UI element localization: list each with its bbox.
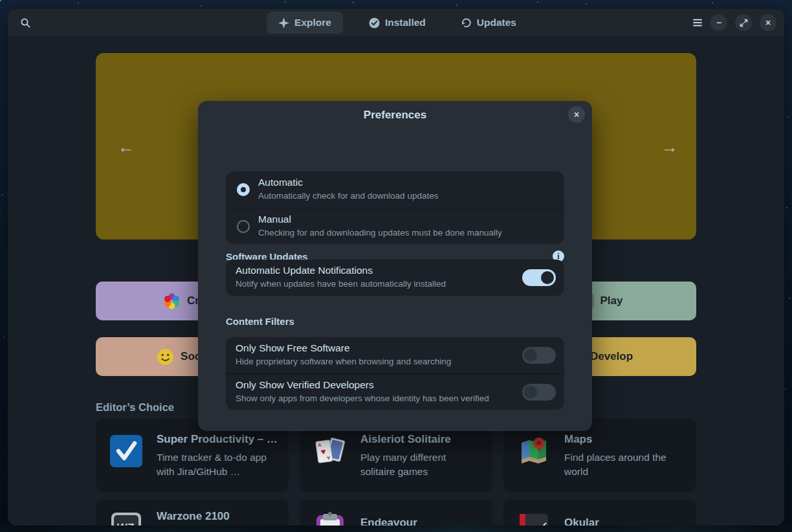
tab-explore[interactable]: Explore — [267, 12, 343, 34]
category-label: Play — [600, 294, 623, 307]
option-label: Manual — [258, 214, 291, 225]
option-description: Checking for and downloading updates mus… — [258, 228, 502, 238]
app-summary: Play many different solitaire games — [360, 450, 483, 479]
tab-installed-label: Installed — [385, 17, 426, 28]
app-name: Okular — [564, 516, 687, 526]
search-button[interactable] — [16, 14, 35, 32]
app-summary: Find places around the world — [564, 450, 687, 479]
wallpaper-stars — [0, 0, 1, 1]
notifications-group: Automatic Update Notifications Notify wh… — [226, 260, 564, 296]
app-name: Maps — [564, 433, 687, 446]
super-productivity-icon — [110, 435, 142, 467]
content-filters-heading: Content Filters — [226, 316, 294, 327]
auto-update-notifications-row: Automatic Update Notifications Notify wh… — [226, 260, 564, 296]
tab-installed[interactable]: Installed — [360, 12, 435, 34]
app-card-endeavour[interactable]: Endeavour — [300, 500, 492, 526]
content-filters-heading-row: Content Filters — [226, 316, 564, 327]
toggle-description: Hide proprietary software when browsing … — [236, 357, 451, 366]
automatic-option-row[interactable]: Automatic Automatically check for and do… — [226, 172, 564, 208]
content-filters-group: Only Show Free Software Hide proprietary… — [226, 337, 564, 410]
app-card-okular[interactable]: Okular — [503, 500, 696, 526]
option-description: Automatically check for and download upd… — [258, 191, 438, 201]
app-name: Super Productivity – … — [157, 433, 280, 446]
maps-icon — [518, 435, 550, 467]
app-name: Aisleriot Solitaire — [360, 433, 483, 446]
editors-choice-heading: Editor’s Choice — [96, 401, 174, 414]
installed-icon — [369, 17, 380, 28]
toggle-description: Notify when updates have been automatica… — [236, 279, 446, 289]
search-icon — [20, 17, 31, 28]
minimize-button[interactable]: − — [710, 14, 727, 31]
toggle-label: Only Show Free Software — [236, 342, 350, 354]
automatic-radio[interactable] — [237, 183, 250, 196]
create-color-wheel-icon — [163, 293, 181, 310]
manual-option-row[interactable]: Manual Checking for and downloading upda… — [226, 208, 564, 244]
verified-developers-row: Only Show Verified Developers Show only … — [226, 373, 564, 410]
dialog-close-button[interactable]: × — [568, 106, 585, 123]
auto-update-notifications-toggle[interactable] — [522, 269, 556, 286]
free-software-toggle[interactable] — [522, 347, 556, 364]
tab-updates-label: Updates — [477, 17, 516, 28]
preferences-dialog: Preferences × Software Updates i Automat… — [198, 101, 592, 431]
desktop: Explore Installed Updates — [0, 0, 792, 532]
window-controls: − × — [692, 9, 776, 36]
carousel-prev-button[interactable]: ← — [115, 136, 137, 158]
dialog-title: Preferences — [198, 109, 592, 122]
tab-updates[interactable]: Updates — [452, 12, 525, 34]
menu-button[interactable] — [692, 18, 703, 27]
aisleriot-cards-icon: A ♥ A — [314, 435, 346, 467]
toggle-description: Show only apps from developers whose ide… — [236, 393, 489, 403]
app-summary: Time tracker & to-do app with Jira/GitHu… — [157, 450, 280, 479]
carousel-next-button[interactable]: → — [659, 136, 681, 158]
maximize-button[interactable] — [735, 14, 752, 31]
okular-icon — [518, 510, 550, 526]
hamburger-icon — [692, 18, 703, 27]
free-software-row: Only Show Free Software Hide proprietary… — [226, 337, 564, 373]
endeavour-icon — [314, 510, 346, 526]
smiley-icon — [157, 348, 174, 366]
toggle-label: Automatic Update Notifications — [236, 265, 373, 276]
minimize-icon: − — [716, 18, 721, 27]
app-card-warzone[interactable]: WZ Warzone 2100 — [96, 500, 289, 526]
manual-radio[interactable] — [237, 220, 250, 233]
toggle-label: Only Show Verified Developers — [236, 379, 374, 391]
svg-text:WZ: WZ — [116, 522, 134, 526]
category-label: Develop — [590, 350, 633, 363]
svg-text:A: A — [327, 456, 331, 461]
warzone-icon: WZ — [110, 510, 142, 526]
headerbar: Explore Installed Updates — [8, 9, 784, 36]
wallpaper-bottom — [0, 525, 792, 532]
maximize-icon — [740, 19, 748, 27]
app-name: Endeavour — [360, 516, 483, 526]
verified-developers-toggle[interactable] — [522, 384, 556, 401]
dialog-close-icon: × — [574, 109, 579, 120]
close-button[interactable]: × — [760, 14, 776, 31]
app-name: Warzone 2100 — [157, 510, 280, 523]
updates-icon — [461, 17, 472, 28]
explore-icon — [278, 17, 289, 28]
header-tabs: Explore Installed Updates — [267, 9, 525, 36]
tab-explore-label: Explore — [294, 17, 331, 28]
close-icon: × — [765, 18, 771, 27]
option-label: Automatic — [258, 177, 303, 188]
update-mode-group: Automatic Automatically check for and do… — [226, 172, 564, 244]
